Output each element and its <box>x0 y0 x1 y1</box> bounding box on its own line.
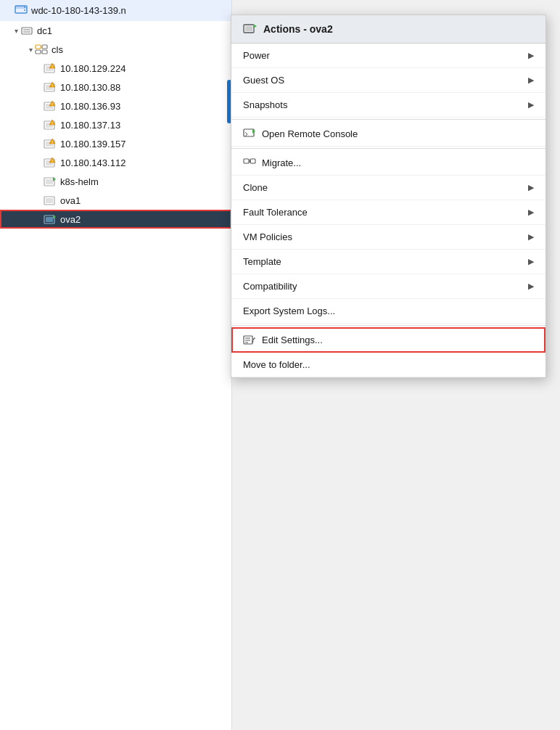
svg-rect-10 <box>42 50 47 54</box>
svg-rect-6 <box>23 31 30 33</box>
svg-rect-7 <box>36 45 41 49</box>
sidebar-item-vm4[interactable]: ! 10.180.137.13 <box>0 115 231 134</box>
menu-item-clone[interactable]: Clone ▶ <box>231 176 545 200</box>
compatibility-arrow: ▶ <box>528 282 534 291</box>
vm4-label: 10.180.137.13 <box>60 120 120 131</box>
power-label: Power <box>243 50 270 61</box>
guest-os-arrow: ▶ <box>528 75 534 85</box>
snapshots-arrow: ▶ <box>528 100 534 110</box>
menu-item-open-remote-console[interactable]: Open Remote Console <box>231 121 545 147</box>
menu-item-snapshots[interactable]: Snapshots ▶ <box>231 93 545 118</box>
vm1-label: 10.180.129.224 <box>60 63 125 74</box>
server-label: wdc-10-180-143-139.n <box>31 5 126 16</box>
svg-rect-8 <box>42 45 47 49</box>
sidebar-item-ova2[interactable]: ova2 <box>0 210 231 229</box>
export-system-logs-label: Export System Logs... <box>243 305 335 316</box>
vm5-label: 10.180.139.157 <box>60 139 125 149</box>
open-remote-console-label: Open Remote Console <box>262 128 358 139</box>
vm-policies-label: VM Policies <box>243 231 292 242</box>
vm2-label: 10.180.130.88 <box>60 82 120 93</box>
sidebar: wdc-10-180-143-139.n ▾ dc1 ▾ cls ! 10.18… <box>0 0 232 730</box>
datacenter-icon <box>20 25 33 36</box>
edit-settings-label: Edit Settings... <box>262 335 323 345</box>
menu-item-guest-os[interactable]: Guest OS ▶ <box>231 68 545 93</box>
sidebar-item-ova1[interactable]: ova1 <box>0 191 231 210</box>
sidebar-item-vm1[interactable]: ! 10.180.129.224 <box>0 59 231 78</box>
svg-rect-5 <box>23 29 30 30</box>
vm-warn-icon-5: ! <box>44 138 57 149</box>
svg-point-3 <box>24 9 25 11</box>
svg-rect-41 <box>46 217 53 222</box>
separator-1 <box>231 119 545 120</box>
vm-warn-icon-6: ! <box>44 157 57 168</box>
move-to-folder-label: Move to folder... <box>243 359 310 370</box>
menu-item-vm-policies[interactable]: VM Policies ▶ <box>231 225 545 250</box>
console-icon <box>243 128 256 139</box>
menu-item-compatibility[interactable]: Compatibility ▶ <box>231 274 545 299</box>
menu-item-export-system-logs[interactable]: Export System Logs... <box>231 299 545 324</box>
vm-normal-icon <box>44 194 57 206</box>
actions-icon <box>243 22 258 36</box>
compatibility-label: Compatibility <box>243 281 297 292</box>
ova1-label: ova1 <box>60 195 81 206</box>
ova2-label: ova2 <box>60 214 81 225</box>
vm-green-icon-ova2 <box>44 213 57 225</box>
sidebar-header: wdc-10-180-143-139.n <box>0 0 231 21</box>
menu-item-fault-tolerance[interactable]: Fault Tolerance ▶ <box>231 200 545 225</box>
sidebar-item-cls[interactable]: ▾ cls <box>0 40 231 59</box>
vm-warn-icon-3: ! <box>44 100 57 112</box>
server-icon <box>15 4 28 17</box>
migrate-label: Migrate... <box>262 157 301 168</box>
vm-warn-icon-2: ! <box>44 81 57 93</box>
svg-rect-36 <box>46 179 53 184</box>
svg-rect-44 <box>245 26 252 31</box>
cls-label: cls <box>52 44 63 55</box>
dc1-label: dc1 <box>37 25 52 36</box>
svg-rect-4 <box>22 28 32 34</box>
snapshots-label: Snapshots <box>243 99 287 110</box>
template-arrow: ▶ <box>528 257 534 266</box>
context-menu-title: Actions - ova2 <box>263 23 333 35</box>
migrate-icon <box>243 157 256 168</box>
template-label: Template <box>243 256 281 267</box>
sidebar-item-vm2[interactable]: ! 10.180.130.88 <box>0 78 231 97</box>
context-menu: Actions - ova2 Power ▶ Guest OS ▶ Snapsh… <box>231 15 546 378</box>
separator-3 <box>231 325 545 326</box>
context-menu-header: Actions - ova2 <box>231 15 545 44</box>
sidebar-item-vm6[interactable]: ! 10.180.143.112 <box>0 153 231 172</box>
svg-rect-39 <box>46 198 53 203</box>
power-arrow: ▶ <box>528 51 534 60</box>
k8s-label: k8s-helm <box>60 176 99 187</box>
svg-rect-48 <box>244 159 249 163</box>
clone-label: Clone <box>243 182 268 193</box>
cluster-icon <box>35 44 48 55</box>
sidebar-item-vm5[interactable]: ! 10.180.139.157 <box>0 134 231 153</box>
vm-policies-arrow: ▶ <box>528 232 534 242</box>
guest-os-label: Guest OS <box>243 75 284 86</box>
separator-2 <box>231 148 545 149</box>
vm-warn-icon-1: ! <box>44 62 57 74</box>
sidebar-item-k8s[interactable]: k8s-helm <box>0 172 231 191</box>
svg-point-2 <box>24 7 25 8</box>
menu-item-power[interactable]: Power ▶ <box>231 44 545 68</box>
menu-item-move-to-folder[interactable]: Move to folder... <box>231 353 545 377</box>
svg-rect-9 <box>36 50 41 54</box>
svg-rect-46 <box>244 129 254 136</box>
menu-item-migrate[interactable]: Migrate... <box>231 150 545 176</box>
chevron-dc1: ▾ <box>15 27 18 35</box>
clone-arrow: ▶ <box>528 183 534 192</box>
vm-warn-icon-4: ! <box>44 119 57 131</box>
menu-item-edit-settings[interactable]: Edit Settings... <box>231 327 545 353</box>
fault-tolerance-label: Fault Tolerance <box>243 207 308 218</box>
sidebar-item-dc1[interactable]: ▾ dc1 <box>0 21 231 40</box>
vm3-label: 10.180.136.93 <box>60 101 120 112</box>
settings-icon <box>243 334 256 345</box>
vm-green-icon-k8s <box>44 176 57 187</box>
vm6-label: 10.180.143.112 <box>60 157 125 168</box>
menu-item-template[interactable]: Template ▶ <box>231 250 545 274</box>
fault-tolerance-arrow: ▶ <box>528 208 534 217</box>
svg-marker-45 <box>253 24 257 28</box>
chevron-cls: ▾ <box>29 46 33 54</box>
sidebar-item-vm3[interactable]: ! 10.180.136.93 <box>0 97 231 115</box>
